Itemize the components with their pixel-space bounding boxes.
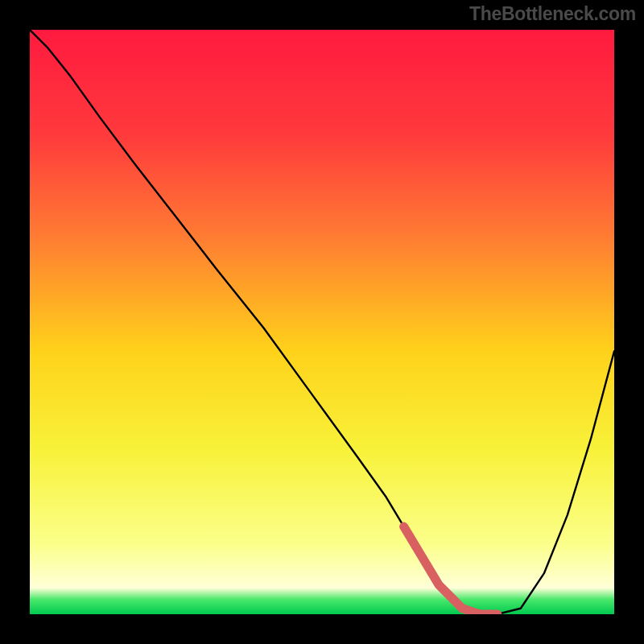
- plot-svg: [30, 30, 614, 614]
- plot-background: [30, 30, 614, 614]
- watermark-text: TheBottleneck.com: [469, 3, 636, 25]
- bottleneck-plot: [30, 30, 614, 614]
- chart-frame: TheBottleneck.com: [0, 0, 644, 644]
